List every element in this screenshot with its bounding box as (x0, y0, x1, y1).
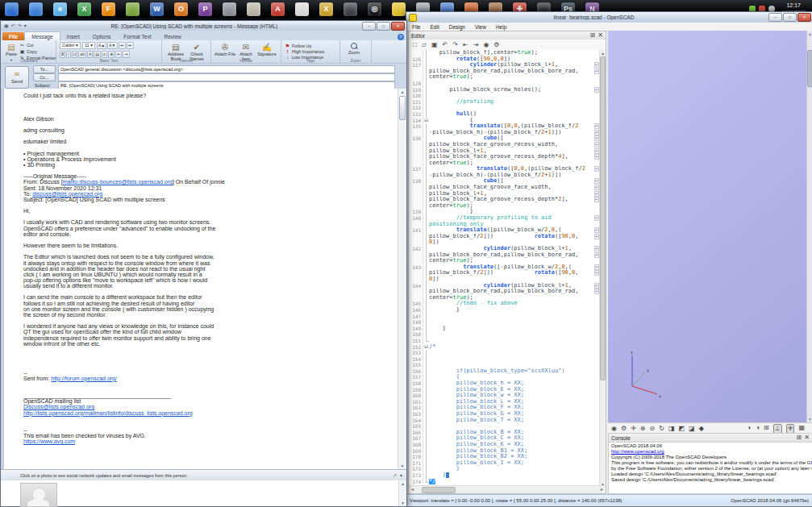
code-row[interactable]: 144 cylinder(pillow_block_l+1,↵ (409, 283, 600, 289)
taskbar-app-icon[interactable] (223, 2, 236, 16)
editor-vertical-scrollbar[interactable]: ▲ ▼ (599, 50, 606, 488)
code-row[interactable]: pillow_block_f/2])) rotate([90,0,↵ (409, 270, 600, 276)
tab-options[interactable]: Options (86, 32, 117, 40)
minimize-icon[interactable]: – (768, 13, 782, 22)
code-row[interactable]: 170 pillow_block_B2 = XX; (409, 454, 600, 460)
save-file-icon[interactable]: ▣ (431, 41, 438, 49)
format-button[interactable]: A▼ (107, 42, 117, 49)
save-icon[interactable]: ▣ (4, 22, 9, 30)
code-row[interactable]: pillow_block_bore_rad,pillow_block_bore_… (409, 252, 600, 259)
code-row[interactable]: 0]) (409, 276, 600, 283)
zoom-out-icon[interactable]: ⊖ (650, 425, 656, 433)
code-row[interactable]: 149 } (409, 326, 600, 332)
undo-icon[interactable]: ↶ (443, 41, 448, 49)
view-right-icon[interactable]: ◨ (668, 425, 675, 433)
taskbar-app-icon[interactable]: X (319, 2, 333, 16)
follow-up-button[interactable]: ⚑Follow Up (285, 43, 324, 48)
code-row[interactable]: center=true); (409, 295, 600, 301)
scroll-right-icon[interactable]: ► (600, 486, 604, 492)
code-row[interactable]: center=true); (409, 160, 600, 167)
code-row[interactable]: 156 if(pillow_block_type="scsXXluu") (409, 368, 600, 375)
reset-view-icon[interactable]: ↻ (659, 425, 664, 433)
tab-file[interactable]: File (2, 32, 24, 40)
redo-icon[interactable]: ↷ (18, 22, 22, 30)
code-row[interactable]: pillow_block_bore_rad,pillow_block_bore_… (409, 69, 600, 75)
hyperlink[interactable]: http://lists.openscad.org/mailman/listin… (23, 410, 193, 416)
code-editor[interactable]: pillow_block_f],center=true);126 rotate(… (409, 50, 600, 488)
code-row[interactable]: -pillow_block_h)-(pillow_block_f/2+1)]) (409, 172, 600, 179)
code-row[interactable]: center=true); (409, 203, 600, 210)
code-row[interactable]: 128 (409, 81, 600, 87)
code-row[interactable]: 140 //temporary profiling to aid↵ (409, 215, 600, 222)
minimize-icon[interactable]: – (362, 22, 376, 31)
close-icon[interactable]: ✕ (797, 13, 811, 22)
code-row[interactable]: 138 cube([↵ (409, 178, 600, 185)
taskbar-app-icon[interactable]: P (198, 2, 212, 16)
code-row[interactable]: pillow_block_f],center=true); (409, 50, 600, 56)
code-row[interactable]: pillow_block_l+1,↵ (409, 191, 600, 197)
code-row[interactable]: pillow_block_face_groove_face_width,↵ (409, 185, 600, 191)
taskbar-app-icon[interactable] (344, 2, 357, 16)
cc-button[interactable]: Cc... (33, 73, 56, 81)
hyperlink[interactable]: http://forum.openscad.org/ (51, 376, 117, 381)
preview-icon[interactable]: ◉ (483, 41, 489, 49)
format-button[interactable]: ab (78, 51, 86, 58)
code-row[interactable]: pillow_block_face_groove_recess_depth*2]… (409, 197, 600, 203)
render-icon[interactable]: ⚙ (621, 425, 627, 433)
maximize-icon[interactable]: □ (377, 22, 390, 31)
show-axes-icon[interactable]: ⊥ (773, 424, 782, 434)
code-row[interactable]: pillow_block_face_groove_recess_depth*4]… (409, 154, 600, 160)
perspective-icon[interactable]: ◐ (747, 424, 752, 434)
font-size-select[interactable]: 11 ▾ (82, 42, 95, 49)
code-row[interactable]: 0]) (409, 239, 600, 246)
scroll-up-icon[interactable]: ▲ (807, 31, 812, 37)
code-row[interactable]: 161 pillow_block_L = XX; (409, 399, 600, 405)
editor-horizontal-scroll-thumb[interactable] (422, 487, 456, 493)
code-row[interactable]: 164 pillow_block_T = XX; (409, 418, 600, 424)
code-row[interactable]: 152⊟/* (409, 344, 600, 351)
orthogonal-icon[interactable]: ◑ (756, 424, 760, 434)
menu-view[interactable]: View (471, 24, 490, 30)
to-button[interactable]: To... (33, 65, 56, 73)
close-icon[interactable]: ✕ (391, 22, 405, 31)
code-row[interactable]: 174*/ (409, 479, 600, 485)
open-file-icon[interactable]: ▱ (422, 41, 427, 49)
taskbar-app-icon[interactable]: e (53, 2, 67, 16)
hyperlink[interactable]: discuss@lists.openscad.org (32, 191, 102, 197)
code-row[interactable]: 137 translate([0,0,(pillow_block_f/2↵ (409, 166, 600, 172)
tab-message[interactable]: Message (24, 31, 60, 40)
format-button[interactable]: ▤ (94, 51, 101, 58)
message-body-text[interactable]: Could I just tack onto this a related is… (23, 93, 394, 469)
code-row[interactable]: 148 (409, 319, 600, 326)
code-row[interactable]: 160 pillow_block_w = XX; (409, 393, 600, 399)
code-row[interactable]: positioning only (409, 222, 600, 228)
menu-edit[interactable]: Edit (426, 24, 443, 30)
subject-field[interactable]: RE: [OpenSCAD] Using SCAD with multiple … (58, 81, 395, 89)
code-row[interactable]: pillow_block_face_groove_recess_width,↵ (409, 142, 600, 148)
close-icon[interactable]: ✕ (598, 31, 603, 39)
code-row[interactable]: 158 pillow_block_h = XX; (409, 380, 600, 387)
code-row[interactable]: 126 rotate([90,0,0]) (409, 56, 600, 63)
code-row[interactable]: center=true); (409, 258, 600, 264)
tab-format-text[interactable]: Format Text (117, 32, 157, 40)
code-row[interactable]: 166 pillow_block_B = XX; (409, 430, 600, 436)
code-row[interactable]: 130 (409, 93, 600, 99)
close-icon[interactable]: ✕ (804, 434, 810, 442)
format-button[interactable]: I (66, 51, 70, 58)
float-panel-icon[interactable]: ⊞ (590, 31, 596, 39)
zoom-button[interactable]: Zoom (344, 42, 364, 56)
format-button[interactable]: A (87, 51, 93, 58)
send-button[interactable]: ✉ Send (5, 66, 29, 89)
code-row[interactable]: 146 } (409, 307, 600, 314)
format-button[interactable]: B (60, 51, 65, 58)
code-row[interactable]: 169 pillow_block_B1 = XX; (409, 448, 600, 455)
tab-insert[interactable]: Insert (60, 32, 86, 40)
taskbar-app-icon[interactable] (247, 2, 260, 16)
code-row[interactable]: 159 pillow_block_E = XX; (409, 387, 600, 393)
code-row[interactable]: pillow_block_f/2])) rotate([90,0,↵ (409, 234, 600, 240)
code-row[interactable]: 134⊟ { (409, 118, 600, 124)
code-row[interactable]: 135 translate([0,0,(pillow_block_f/2↵ (409, 123, 600, 130)
console-output[interactable]: OpenSCAD 2018.04.06http://www.openscad.o… (609, 442, 812, 493)
show-crosshairs-icon[interactable]: ✛ (786, 424, 795, 434)
scroll-down-icon[interactable]: ▼ (399, 500, 406, 506)
